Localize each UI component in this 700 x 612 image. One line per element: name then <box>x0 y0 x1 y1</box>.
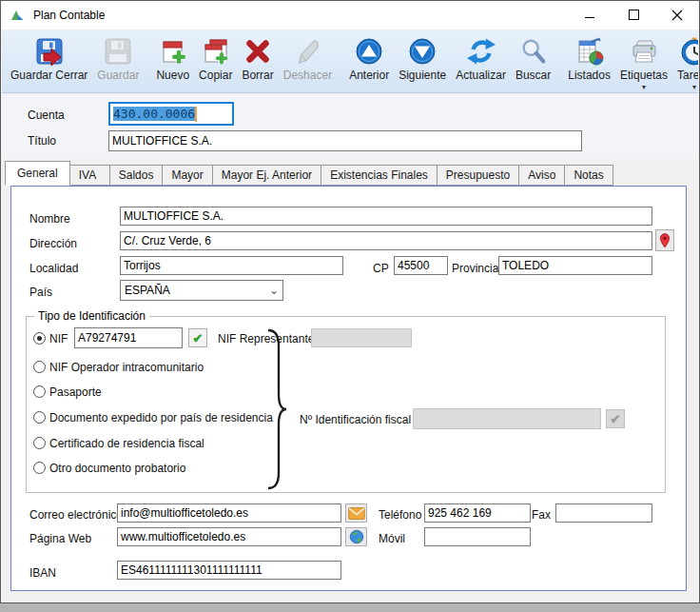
toolbar-button-buscar[interactable]: Buscar <box>511 31 555 92</box>
toolbar-button-actualizar[interactable]: Actualizar <box>451 31 511 92</box>
toolbar-label: Listados <box>568 69 611 82</box>
cuenta-input[interactable]: 430.00.0006 <box>108 102 234 126</box>
fax-input[interactable] <box>555 503 652 523</box>
general-tab-panel: Nombre Dirección Localidad CP Provincia … <box>10 186 687 591</box>
direccion-input[interactable] <box>120 231 652 250</box>
toolbar-button-listados[interactable]: Listados <box>563 31 615 92</box>
dropdown-arrow-icon: ▾ <box>692 84 696 91</box>
telefono-input[interactable] <box>424 503 531 523</box>
radio-nif-operador[interactable] <box>33 361 46 373</box>
radio-nif[interactable] <box>33 332 46 345</box>
refresh-icon <box>466 34 496 69</box>
toolbar-label: Nuevo <box>156 69 189 82</box>
movil-input[interactable] <box>424 527 531 546</box>
dropdown-arrow-icon: ▾ <box>642 84 646 91</box>
title-bar: Plan Contable <box>1 1 699 30</box>
tab-mayor-ej-anterior[interactable]: Mayor Ej. Anterior <box>212 165 321 186</box>
toolbar-button-guardar[interactable]: Guardar <box>92 31 144 92</box>
fiscal-id-label: Nº Identificación fiscal <box>300 413 411 426</box>
pais-selected-value: ESPAÑA <box>125 284 170 297</box>
toolbar-button-copiar[interactable]: Copiar <box>194 31 237 92</box>
search-icon <box>519 34 548 69</box>
radio-pasaporte[interactable] <box>33 385 46 398</box>
radio-otro-documento[interactable] <box>33 462 46 474</box>
validate-nif-button[interactable]: ✔ <box>188 328 207 347</box>
titulo-input[interactable] <box>108 130 582 151</box>
plan-contable-window: Plan Contable Guardar Ce <box>0 0 700 603</box>
toolbar-button-nuevo[interactable]: Nuevo <box>151 31 194 92</box>
provincia-input[interactable] <box>498 256 652 275</box>
minimize-icon <box>585 10 595 20</box>
toolbar-label: Siguiente <box>399 69 446 82</box>
app-logo-icon <box>10 8 26 23</box>
toolbar-label: Anterior <box>349 69 389 82</box>
correo-input[interactable] <box>117 503 341 523</box>
nombre-input[interactable] <box>120 207 652 226</box>
iban-input[interactable] <box>117 561 341 580</box>
toolbar-label: Etiquetas <box>620 69 668 82</box>
tab-general[interactable]: General <box>5 161 70 186</box>
fiscal-id-input <box>413 408 601 429</box>
save-icon <box>103 34 133 69</box>
localidad-input[interactable] <box>120 256 343 275</box>
window-bottom-edge <box>0 603 700 612</box>
tab-notas[interactable]: Notas <box>564 165 612 186</box>
reports-icon <box>574 34 605 69</box>
nif-input[interactable] <box>74 327 183 348</box>
fax-label: Fax <box>532 508 551 522</box>
toolbar-button-deshacer[interactable]: Deshacer <box>279 31 337 92</box>
nombre-label: Nombre <box>29 212 70 226</box>
send-email-button[interactable] <box>345 503 367 523</box>
toolbar-button-borrar[interactable]: Borrar <box>237 31 278 92</box>
check-icon: ✔ <box>611 412 621 426</box>
toolbar-label: Guardar Cerrar <box>10 69 88 82</box>
tab-existencias-finales[interactable]: Existencias Finales <box>321 165 438 186</box>
printer-icon <box>629 34 659 69</box>
pais-select[interactable]: ESPAÑA ⌄ <box>120 280 283 301</box>
toolbar-button-siguiente[interactable]: Siguiente <box>394 31 451 92</box>
envelope-icon <box>348 507 365 520</box>
minimize-button[interactable] <box>568 1 612 29</box>
globe-icon <box>349 529 364 544</box>
toolbar-label: Actualizar <box>456 69 506 82</box>
toolbar-label: Buscar <box>515 69 551 82</box>
radio-certificado-residencia[interactable] <box>33 437 46 449</box>
chevron-down-icon: ⌄ <box>269 286 279 295</box>
tab-saldos[interactable]: Saldos <box>109 165 164 186</box>
close-button[interactable] <box>655 1 699 29</box>
cuenta-selected-text: 430.00.0006 <box>113 107 195 121</box>
toolbar-button-anterior[interactable]: Anterior <box>344 31 394 92</box>
toolbar-button-guardar-cerrar[interactable]: Guardar Cerrar <box>6 31 92 92</box>
check-icon: ✔ <box>193 331 204 345</box>
correo-label: Correo electrónico <box>29 508 123 522</box>
tab-presupuesto[interactable]: Presupuesto <box>437 165 519 186</box>
tab-aviso[interactable]: Aviso <box>518 165 565 186</box>
radio-nif-label: NIF <box>49 332 68 345</box>
cp-input[interactable] <box>394 256 448 275</box>
toolbar-label: Tareas <box>677 69 698 82</box>
delete-icon <box>243 34 272 69</box>
open-website-button[interactable] <box>345 527 367 546</box>
grouping-brace <box>265 328 288 494</box>
radio-documento-residencia[interactable] <box>33 411 46 424</box>
tab-iva[interactable]: IVA <box>69 165 110 186</box>
text-caret <box>195 107 197 122</box>
map-button[interactable] <box>655 229 674 251</box>
toolbar-button-etiquetas[interactable]: Etiquetas ▾ <box>615 31 672 92</box>
toolbar: Guardar Cerrar Guardar <box>2 30 698 93</box>
pais-label: País <box>29 286 52 299</box>
iban-label: IBAN <box>29 566 56 580</box>
toolbar-label: Copiar <box>199 69 232 82</box>
telefono-label: Teléfono <box>379 508 421 522</box>
maximize-button[interactable] <box>612 1 655 29</box>
toolbar-button-tareas[interactable]: Tareas ▾ <box>672 31 698 92</box>
tab-mayor[interactable]: Mayor <box>162 165 212 186</box>
toolbar-label: Borrar <box>242 69 273 82</box>
web-input[interactable] <box>117 527 341 546</box>
next-icon <box>407 34 438 69</box>
save-close-icon <box>34 34 65 69</box>
undo-icon <box>293 34 321 69</box>
cp-label: CP <box>373 262 389 275</box>
close-icon <box>671 10 683 21</box>
toolbar-label: Deshacer <box>283 69 332 82</box>
